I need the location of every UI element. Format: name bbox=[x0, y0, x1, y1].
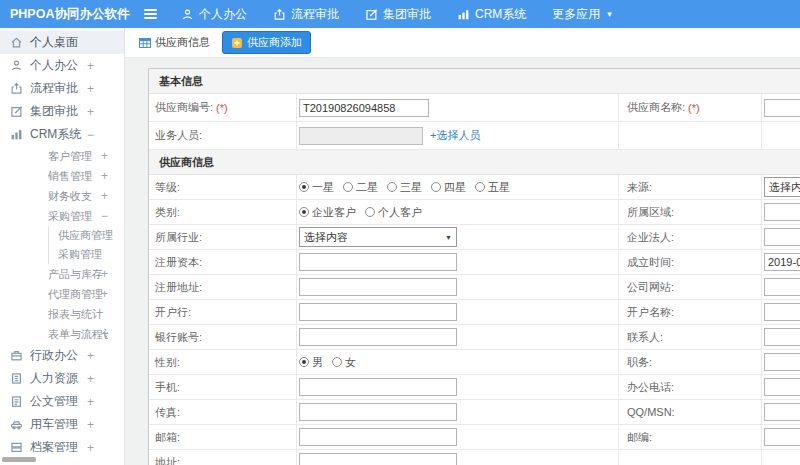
expand-plus-icon[interactable]: + bbox=[101, 267, 108, 281]
tab-supplier-info[interactable]: 供应商信息 bbox=[133, 31, 216, 54]
website-input[interactable] bbox=[764, 278, 800, 296]
upload-icon bbox=[273, 8, 286, 21]
job-title-input[interactable] bbox=[764, 353, 800, 371]
expand-plus-icon[interactable]: + bbox=[87, 372, 94, 386]
expand-plus-icon[interactable]: + bbox=[101, 169, 108, 183]
qq-msn-input[interactable] bbox=[764, 403, 800, 421]
doc-icon bbox=[10, 395, 23, 408]
gender-radio-option-1[interactable]: 女 bbox=[332, 355, 356, 370]
sidebar: 个人桌面个人办公+流程审批+集团审批+CRM系统−客户管理+销售管理+财务收支+… bbox=[0, 28, 125, 465]
supplier-code-input[interactable] bbox=[299, 99, 429, 117]
expand-plus-icon[interactable]: + bbox=[87, 441, 94, 455]
category-radio-option-1[interactable]: 个人客户 bbox=[365, 205, 422, 220]
form-row: 传真:QQ/MSN: bbox=[149, 400, 800, 425]
registered-capital-input[interactable] bbox=[299, 253, 457, 271]
bank-account-input[interactable] bbox=[299, 328, 457, 346]
collapse-minus-icon[interactable]: − bbox=[101, 209, 108, 223]
fax-input[interactable] bbox=[299, 403, 457, 421]
choose-staff-link[interactable]: +选择人员 bbox=[430, 128, 480, 143]
expand-plus-icon[interactable]: + bbox=[87, 349, 94, 363]
address-label: 地址: bbox=[155, 455, 180, 465]
top-bar: PHPOA协同办公软件 个人办公流程审批集团审批CRM系统更多应用▾ bbox=[0, 0, 800, 28]
tab-supplier-add[interactable]: 供应商添加 bbox=[222, 31, 311, 54]
sidebar-item-group-approval[interactable]: 集团审批+ bbox=[0, 100, 124, 123]
sidebar-item-label: 人力资源 bbox=[30, 370, 94, 387]
expand-plus-icon[interactable]: + bbox=[87, 59, 94, 73]
top-nav: 个人办公流程审批集团审批CRM系统更多应用▾ bbox=[181, 6, 612, 23]
sidebar-hscrollbar-thumb[interactable] bbox=[2, 457, 36, 462]
chart-icon bbox=[457, 8, 470, 21]
sidebar-item-label: 客户管理 bbox=[48, 149, 108, 164]
grade-radio-option-2[interactable]: 三星 bbox=[387, 180, 422, 195]
staff-input[interactable] bbox=[299, 127, 423, 145]
account-name-input[interactable] bbox=[764, 303, 800, 321]
sidebar-item-sales-mgmt[interactable]: 销售管理+ bbox=[0, 166, 124, 186]
grade-radio-option-1[interactable]: 二星 bbox=[343, 180, 378, 195]
email-input[interactable] bbox=[299, 428, 457, 446]
grade-radio-option-0[interactable]: 一星 bbox=[299, 180, 334, 195]
supplier-name-input[interactable] bbox=[764, 99, 800, 117]
job-title-field-cell bbox=[762, 350, 800, 374]
nav-item-personal-office[interactable]: 个人办公 bbox=[181, 6, 247, 23]
region-input[interactable] bbox=[764, 203, 800, 221]
expand-plus-icon[interactable]: + bbox=[87, 105, 94, 119]
mobile-input[interactable] bbox=[299, 378, 457, 396]
expand-plus-icon[interactable]: + bbox=[87, 418, 94, 432]
collapse-minus-icon[interactable]: − bbox=[87, 128, 94, 142]
staff-label-cell: 业务人员: bbox=[149, 122, 297, 149]
legal-person-input[interactable] bbox=[764, 228, 800, 246]
sidebar-item-human-resources[interactable]: 人力资源+ bbox=[0, 367, 124, 390]
sidebar-item-purchasing[interactable]: 采购管理 bbox=[0, 245, 124, 264]
industry-select[interactable]: 选择内容▼ bbox=[299, 227, 457, 247]
nav-item-workflow-approval[interactable]: 流程审批 bbox=[273, 6, 339, 23]
grade-radio-option-4[interactable]: 五星 bbox=[475, 180, 510, 195]
staff-label: 业务人员: bbox=[155, 128, 202, 143]
contact-input[interactable] bbox=[764, 328, 800, 346]
sidebar-item-admin-office[interactable]: 行政办公+ bbox=[0, 344, 124, 367]
zip-code-input[interactable] bbox=[764, 428, 800, 446]
source-select[interactable]: 选择内容▼ bbox=[764, 177, 800, 197]
expand-plus-icon[interactable]: + bbox=[101, 149, 108, 163]
supplier-code-label-cell: 供应商编号:(*) bbox=[149, 94, 297, 121]
sidebar-item-personal-office[interactable]: 个人办公+ bbox=[0, 54, 124, 77]
address-input[interactable] bbox=[299, 453, 457, 465]
sidebar-item-purchase-mgmt[interactable]: 采购管理− bbox=[0, 206, 124, 226]
nav-item-group-approval[interactable]: 集团审批 bbox=[365, 6, 431, 23]
sidebar-item-reports-stats[interactable]: 报表与统计 bbox=[0, 304, 124, 324]
sidebar-item-archive-mgmt[interactable]: 档案管理+ bbox=[0, 436, 124, 459]
sidebar-item-label: 销售管理 bbox=[48, 169, 108, 184]
sidebar-item-workflow-approval[interactable]: 流程审批+ bbox=[0, 77, 124, 100]
sidebar-item-agent-mgmt[interactable]: 代理商管理+ bbox=[0, 284, 124, 304]
expand-plus-icon[interactable]: + bbox=[101, 287, 108, 301]
sidebar-item-product-inventory[interactable]: 产品与库存+ bbox=[0, 264, 124, 284]
registered-address-input[interactable] bbox=[299, 278, 457, 296]
sidebar-item-vehicle-mgmt[interactable]: 用车管理+ bbox=[0, 413, 124, 436]
sidebar-item-personal-desktop[interactable]: 个人桌面 bbox=[0, 31, 124, 54]
bank-input[interactable] bbox=[299, 303, 457, 321]
sidebar-item-customer-mgmt[interactable]: 客户管理+ bbox=[0, 146, 124, 166]
founded-date-input[interactable] bbox=[764, 253, 800, 271]
founded-date-label: 成立时间: bbox=[627, 255, 674, 270]
expand-plus-icon[interactable]: + bbox=[87, 395, 94, 409]
grade-radio-option-3[interactable]: 四星 bbox=[431, 180, 466, 195]
sidebar-item-form-flow-settings[interactable]: 表单与流程设置+ bbox=[0, 324, 124, 344]
category-radio-option-0[interactable]: 企业客户 bbox=[299, 205, 356, 220]
edit-icon bbox=[365, 8, 378, 21]
expand-plus-icon[interactable]: + bbox=[101, 189, 108, 203]
sidebar-item-crm-system[interactable]: CRM系统− bbox=[0, 123, 124, 146]
office-phone-input[interactable] bbox=[764, 378, 800, 396]
form-row: 业务人员:+选择人员 bbox=[149, 122, 800, 150]
menu-toggle-icon[interactable] bbox=[144, 7, 157, 21]
form-section: 供应商信息等级:一星二星三星四星五星来源:选择内容▼类别:企业客户个人客户所属区… bbox=[149, 150, 800, 465]
empty-cell bbox=[762, 122, 800, 149]
form-row: 地址: bbox=[149, 450, 800, 465]
expand-plus-icon[interactable]: + bbox=[101, 327, 108, 341]
sidebar-item-document-mgmt[interactable]: 公文管理+ bbox=[0, 390, 124, 413]
source-label: 来源: bbox=[627, 180, 652, 195]
sidebar-item-finance-in-out[interactable]: 财务收支+ bbox=[0, 186, 124, 206]
sidebar-item-supplier-mgmt[interactable]: 供应商管理 bbox=[0, 226, 124, 245]
nav-item-more-apps[interactable]: 更多应用▾ bbox=[552, 6, 612, 23]
gender-radio-option-0[interactable]: 男 bbox=[299, 355, 323, 370]
expand-plus-icon[interactable]: + bbox=[87, 82, 94, 96]
nav-item-crm-system[interactable]: CRM系统 bbox=[457, 6, 526, 23]
